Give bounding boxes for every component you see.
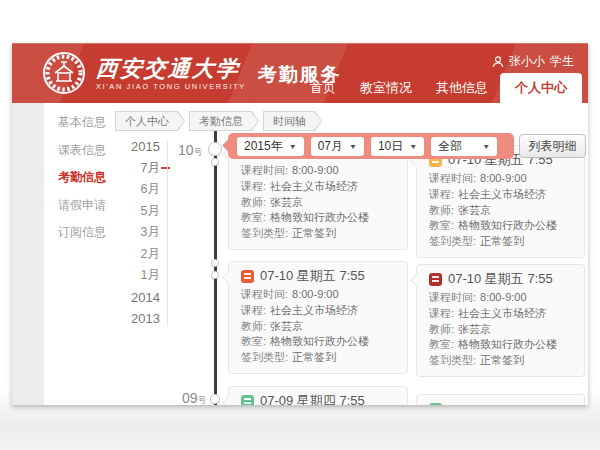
timeline-nav-7月[interactable]: 7月 bbox=[108, 158, 160, 180]
field-label: 课程时间: bbox=[429, 290, 476, 306]
university-name-cn: 西安交通大学 bbox=[95, 56, 247, 80]
field-value: 社会主义市场经济 bbox=[270, 303, 358, 319]
timeline-nav-5月[interactable]: 5月 bbox=[108, 201, 160, 223]
field-label: 课程时间: bbox=[241, 163, 288, 179]
crumb-label: 考勤信息 bbox=[189, 111, 259, 131]
sidebar-rail bbox=[12, 103, 44, 405]
field-value: 张芸京 bbox=[458, 322, 491, 338]
timeline-axis bbox=[214, 131, 217, 405]
field-value: 格物致知行政办公楼 bbox=[270, 210, 369, 226]
field-label: 教师: bbox=[429, 322, 454, 338]
field-label: 签到类型: bbox=[429, 234, 476, 250]
field-value: 张芸京 bbox=[270, 319, 303, 335]
attendance-card[interactable]: 07-10 星期五 7:55课程时间:8:00-9:00课程:社会主义市场经济教… bbox=[228, 261, 408, 374]
timeline-day-label-bottom: 09号 bbox=[182, 389, 207, 405]
field-value: 格物致知行政办公楼 bbox=[458, 218, 557, 234]
field-value: 8:00-9:00 bbox=[480, 171, 526, 187]
sidebar-item-基本信息[interactable]: 基本信息 bbox=[44, 109, 124, 137]
nav-item-教室情况[interactable]: 教室情况 bbox=[348, 73, 424, 103]
card-field: 教室:格物致知行政办公楼 bbox=[429, 218, 572, 234]
field-label: 教室: bbox=[241, 210, 266, 226]
university-name-en: XI'AN JIAO TONG UNIVERSITY bbox=[96, 82, 246, 91]
breadcrumb-item-个人中心[interactable]: 个人中心 bbox=[115, 111, 185, 131]
card-field: 教师:张芸京 bbox=[241, 195, 395, 211]
calendar-icon bbox=[429, 403, 442, 406]
crumb-label: 个人中心 bbox=[115, 111, 185, 131]
timeline-nav-2015[interactable]: 2015 bbox=[108, 136, 160, 158]
breadcrumb-item-考勤信息[interactable]: 考勤信息 bbox=[189, 111, 259, 131]
nav-item-其他信息[interactable]: 其他信息 bbox=[424, 73, 500, 103]
day-suffix: 号 bbox=[198, 395, 207, 405]
card-field: 教师:张芸京 bbox=[429, 203, 572, 219]
timeline-month-nav: 20157月6月5月3月2月1月20142013 bbox=[108, 136, 160, 330]
timeline-nav-6月[interactable]: 6月 bbox=[108, 179, 160, 201]
field-value: 张芸京 bbox=[270, 195, 303, 211]
field-label: 课程时间: bbox=[429, 171, 476, 187]
timeline-nav-2014[interactable]: 2014 bbox=[108, 287, 160, 309]
scope-select[interactable]: 全部 bbox=[431, 137, 497, 156]
card-field: 教师:张芸京 bbox=[429, 322, 572, 338]
timeline-node bbox=[208, 142, 222, 156]
field-value: 正常签到 bbox=[480, 353, 524, 369]
app-window: 西安交通大学 XI'AN JIAO TONG UNIVERSITY 考勤服务 张… bbox=[12, 43, 588, 405]
card-field: 签到类型:正常签到 bbox=[429, 353, 572, 369]
attendance-card[interactable]: 07-10 星期五 7:55课程时间:8:00-9:00课程:社会主义市场经济教… bbox=[416, 264, 585, 377]
month-select[interactable]: 07月 bbox=[311, 137, 364, 156]
field-label: 课程: bbox=[429, 306, 454, 322]
timeline-node bbox=[211, 259, 219, 267]
timeline-node bbox=[211, 158, 219, 166]
main-nav: 首页教室情况其他信息个人中心 bbox=[298, 73, 582, 103]
timeline-nav-1月[interactable]: 1月 bbox=[108, 265, 160, 287]
calendar-icon bbox=[429, 273, 442, 286]
card-header: 07-10 星期五 7:55 bbox=[429, 270, 572, 288]
card-field: 课程:社会主义市场经济 bbox=[241, 179, 395, 195]
field-value: 正常签到 bbox=[480, 234, 524, 250]
breadcrumb-item-时间轴[interactable]: 时间轴 bbox=[263, 111, 322, 131]
nav-item-首页[interactable]: 首页 bbox=[298, 73, 348, 103]
user-info[interactable]: 张小小 学生 bbox=[492, 53, 574, 70]
nav-item-个人中心[interactable]: 个人中心 bbox=[500, 73, 582, 103]
brand: 西安交通大学 XI'AN JIAO TONG UNIVERSITY 考勤服务 bbox=[42, 51, 342, 95]
field-label: 教师: bbox=[241, 319, 266, 335]
year-select[interactable]: 2015年 bbox=[237, 137, 304, 156]
field-value: 格物致知行政办公楼 bbox=[458, 337, 557, 353]
timeline-node bbox=[211, 271, 219, 279]
calendar-icon bbox=[241, 270, 254, 283]
month-divider bbox=[167, 140, 168, 326]
timeline-nav-2013[interactable]: 2013 bbox=[108, 308, 160, 330]
field-label: 课程: bbox=[241, 303, 266, 319]
field-label: 教室: bbox=[429, 218, 454, 234]
card-header: 07-09 星期四 7:55 bbox=[241, 392, 395, 405]
user-icon bbox=[492, 56, 504, 68]
field-value: 社会主义市场经济 bbox=[270, 179, 358, 195]
field-value: 8:00-9:00 bbox=[292, 163, 338, 179]
card-field: 课程时间:8:00-9:00 bbox=[241, 163, 395, 179]
field-value: 8:00-9:00 bbox=[480, 290, 526, 306]
day-select[interactable]: 10日 bbox=[371, 137, 424, 156]
timeline-node bbox=[210, 394, 220, 404]
field-value: 正常签到 bbox=[292, 350, 336, 366]
card-date: 07-10 星期五 7:55 bbox=[448, 270, 553, 288]
user-name: 张小小 bbox=[509, 53, 545, 70]
app-body: 基本信息课表信息考勤信息请假申请订阅信息 个人中心考勤信息时间轴 20157月6… bbox=[12, 103, 588, 405]
app-header: 西安交通大学 XI'AN JIAO TONG UNIVERSITY 考勤服务 张… bbox=[12, 43, 588, 103]
day-suffix: 号 bbox=[194, 147, 203, 157]
field-label: 课程时间: bbox=[241, 287, 288, 303]
attendance-card[interactable]: 07-09 星期四 7:55 bbox=[228, 386, 408, 405]
field-label: 课程: bbox=[241, 179, 266, 195]
list-detail-button[interactable]: 列表明细 bbox=[519, 134, 586, 158]
card-field: 课程时间:8:00-9:00 bbox=[429, 171, 572, 187]
card-field: 教室:格物致知行政办公楼 bbox=[241, 210, 395, 226]
field-label: 课程: bbox=[429, 187, 454, 203]
field-label: 教师: bbox=[241, 195, 266, 211]
timeline-nav-2月[interactable]: 2月 bbox=[108, 244, 160, 266]
field-label: 教室: bbox=[429, 337, 454, 353]
attendance-card[interactable] bbox=[416, 394, 585, 405]
field-label: 教室: bbox=[241, 334, 266, 350]
attendance-card[interactable]: 07-10 星期五 7:55课程时间:8:00-9:00课程:社会主义市场经济教… bbox=[416, 145, 585, 258]
timeline-nav-3月[interactable]: 3月 bbox=[108, 222, 160, 244]
card-field: 课程:社会主义市场经济 bbox=[429, 187, 572, 203]
day-number: 09 bbox=[182, 390, 198, 405]
field-value: 社会主义市场经济 bbox=[458, 306, 546, 322]
field-label: 教师: bbox=[429, 203, 454, 219]
